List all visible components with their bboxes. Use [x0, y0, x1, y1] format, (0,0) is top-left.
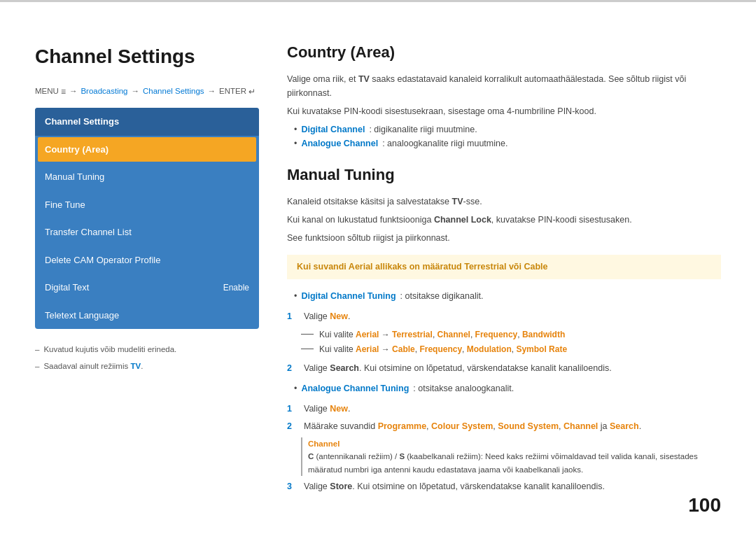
- country-area-title: Country (Area): [287, 41, 721, 64]
- note-2-text: Saadaval ainult režiimis TV.: [43, 360, 143, 374]
- channel-note-title: Channel: [308, 437, 721, 450]
- channel-note-text: C (antennikanali režiim) / S (kaabelkana…: [308, 450, 721, 476]
- numbered-item-a2: 2 Määrake suvandid Programme, Colour Sys…: [287, 420, 721, 433]
- analogue-tuning-label: Analogue Channel Tuning: [301, 381, 409, 395]
- country-area-desc2: Kui kuvatakse PIN-koodi sisestusekraan, …: [287, 104, 721, 118]
- menu-item-label: Manual Tuning: [45, 170, 104, 184]
- note-1: – Kuvatud kujutis võib mudeliti erineda.: [35, 343, 259, 357]
- breadcrumb-arrow-1: →: [69, 85, 78, 97]
- breadcrumb-channel-settings: Channel Settings: [143, 85, 204, 97]
- menu-box: Channel Settings Country (Area) Manual T…: [35, 108, 259, 329]
- numbered-item-1: 1 Valige New.: [287, 310, 721, 323]
- page-number: 100: [688, 491, 721, 520]
- menu-item-label: Transfer Channel List: [45, 225, 132, 239]
- menu-item-delete-cam[interactable]: Delete CAM Operator Profile: [35, 246, 259, 274]
- sub-bullet-cable: Kui valite Aerial → Cable, Frequency, Mo…: [301, 342, 721, 358]
- menu-item-digital-text[interactable]: Digital Text Enable: [35, 274, 259, 302]
- channel-note-box: Channel C (antennikanali režiim) / S (ka…: [301, 437, 721, 476]
- breadcrumb-enter-icon: ↵: [248, 85, 255, 98]
- menu-item-teletext-language[interactable]: Teletext Language: [35, 302, 259, 330]
- notes-section: – Kuvatud kujutis võib mudeliti erineda.…: [35, 343, 259, 373]
- warning-text: Kui suvandi Aerial allikaks on määratud …: [297, 262, 547, 272]
- menu-item-manual-tuning[interactable]: Manual Tuning: [35, 163, 259, 191]
- numbered-item-2: 2 Valige Search. Kui otsimine on lõpetat…: [287, 362, 721, 375]
- breadcrumb-arrow-2: →: [132, 85, 140, 97]
- breadcrumb: MENU ≡ → Broadcasting → Channel Settings…: [35, 85, 259, 98]
- top-line: [0, 0, 756, 2]
- menu-item-label: Teletext Language: [45, 309, 119, 323]
- analogue-tuning-item: Analogue Channel Tuning: otsitakse analo…: [294, 381, 721, 395]
- warning-box: Kui suvandi Aerial allikaks on määratud …: [287, 255, 721, 279]
- menu-item-transfer-channel-list[interactable]: Transfer Channel List: [35, 218, 259, 246]
- bullet-analogue-channel: Analogue Channel: analoogkanalite riigi …: [294, 136, 721, 150]
- breadcrumb-menu-icon: ≡: [61, 85, 66, 98]
- left-column: Channel Settings MENU ≡ → Broadcasting →…: [35, 35, 259, 498]
- menu-item-fine-tune[interactable]: Fine Tune: [35, 191, 259, 219]
- digital-channel-label: Digital Channel: [301, 122, 365, 136]
- manual-tuning-title: Manual Tuning: [287, 163, 721, 186]
- sub-bullet-terrestrial: Kui valite Aerial → Terrestrial, Channel…: [301, 328, 721, 343]
- digital-tuning-item: Digital Channel Tuning: otsitakse digika…: [294, 289, 721, 303]
- breadcrumb-broadcasting: Broadcasting: [80, 85, 127, 97]
- bullet-digital-channel: Digital Channel: digikanalite riigi muut…: [294, 122, 721, 136]
- menu-item-country-area[interactable]: Country (Area): [38, 137, 256, 162]
- manual-tuning-desc2: Kui kanal on lukustatud funktsiooniga Ch…: [287, 213, 721, 227]
- analogue-channel-tuning-bullet: Analogue Channel Tuning: otsitakse analo…: [294, 381, 721, 395]
- menu-item-value: Enable: [223, 281, 249, 294]
- right-column: Country (Area) Valige oma riik, et TV sa…: [287, 35, 721, 498]
- breadcrumb-enter: ENTER: [219, 85, 246, 97]
- breadcrumb-arrow-3: →: [208, 85, 216, 97]
- page-title: Channel Settings: [35, 42, 259, 71]
- country-area-bullets: Digital Channel: digikanalite riigi muut…: [294, 122, 721, 150]
- manual-tuning-desc3: See funktsioon sõltub riigist ja piirkon…: [287, 231, 721, 245]
- breadcrumb-menu: MENU: [35, 85, 59, 97]
- digital-channel-tuning-bullet: Digital Channel Tuning: otsitakse digika…: [294, 289, 721, 303]
- menu-item-label: Country (Area): [45, 143, 108, 157]
- note-1-text: Kuvatud kujutis võib mudeliti erineda.: [43, 343, 176, 357]
- menu-item-label: Delete CAM Operator Profile: [45, 253, 160, 267]
- country-area-section: Country (Area) Valige oma riik, et TV sa…: [287, 41, 721, 150]
- manual-tuning-desc1: Kanaleid otsitakse käsitsi ja salvestata…: [287, 195, 721, 209]
- menu-item-label: Digital Text: [45, 281, 89, 295]
- manual-tuning-section: Manual Tuning Kanaleid otsitakse käsitsi…: [287, 163, 721, 493]
- analogue-channel-label: Analogue Channel: [301, 136, 378, 150]
- numbered-item-a3: 3 Valige Store. Kui otsimine on lõpetatu…: [287, 480, 721, 493]
- numbered-item-a1: 1 Valige New.: [287, 402, 721, 416]
- note-2: – Saadaval ainult režiimis TV.: [35, 360, 259, 374]
- country-area-desc1: Valige oma riik, et TV saaks edastatavai…: [287, 72, 721, 100]
- menu-item-label: Fine Tune: [45, 198, 85, 212]
- digital-tuning-label: Digital Channel Tuning: [301, 289, 396, 303]
- menu-box-title: Channel Settings: [35, 108, 259, 136]
